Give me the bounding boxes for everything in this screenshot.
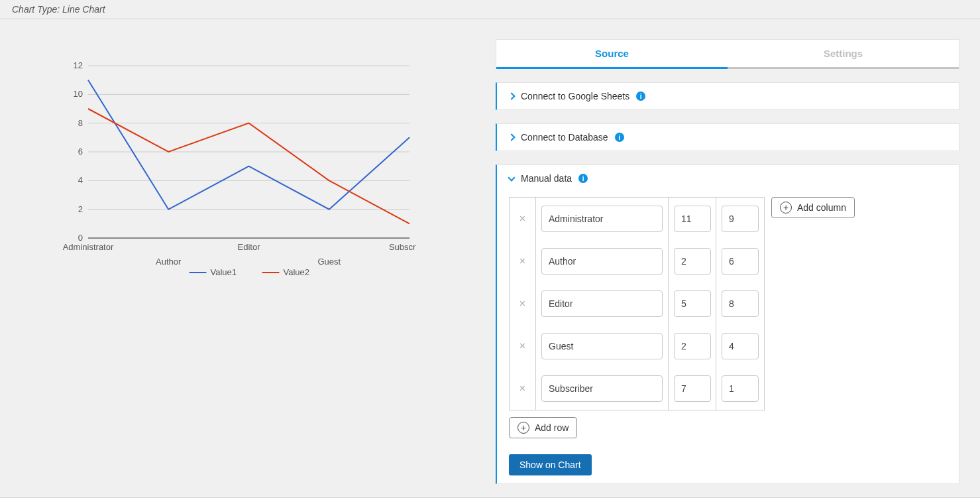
- info-icon[interactable]: i: [615, 133, 624, 142]
- accordion-label: Manual data: [521, 173, 572, 184]
- svg-text:4: 4: [78, 175, 83, 185]
- row-label-input[interactable]: [541, 333, 663, 359]
- row-label-input[interactable]: [541, 290, 663, 317]
- chevron-right-icon: [508, 92, 515, 99]
- svg-text:Value1: Value1: [211, 267, 237, 277]
- chevron-right-icon: [508, 133, 515, 141]
- chart-panel: 024681012AdministratorAuthorEditorGuestS…: [12, 39, 496, 484]
- tab-source[interactable]: Source: [496, 40, 728, 69]
- svg-text:Guest: Guest: [317, 257, 341, 267]
- page-header: Chart Type: Line Chart: [0, 0, 980, 19]
- row-value2-input[interactable]: [722, 290, 759, 317]
- add-column-label: Add column: [797, 202, 846, 213]
- svg-text:8: 8: [78, 118, 83, 128]
- accordion-database[interactable]: Connect to Database i: [496, 123, 959, 151]
- main-container: 024681012AdministratorAuthorEditorGuestS…: [0, 19, 980, 498]
- data-table: ×××××: [509, 197, 765, 410]
- row-value2-input[interactable]: [722, 333, 759, 359]
- accordion-manual-data[interactable]: Manual data i ××××× + Add column +: [496, 164, 959, 484]
- svg-text:Value2: Value2: [284, 267, 310, 277]
- svg-text:12: 12: [74, 60, 83, 70]
- row-value2-input[interactable]: [722, 375, 759, 402]
- tabs: Source Settings: [496, 39, 959, 69]
- svg-text:Subscriber: Subscriber: [389, 242, 416, 252]
- row-label-input[interactable]: [541, 375, 663, 402]
- delete-row-icon[interactable]: ×: [519, 375, 525, 402]
- chart-type-label: Chart Type: Line Chart: [12, 4, 105, 15]
- config-panel: Source Settings Connect to Google Sheets…: [496, 39, 959, 484]
- svg-text:6: 6: [78, 147, 83, 156]
- row-value1-input[interactable]: [674, 248, 711, 275]
- add-row-label: Add row: [535, 422, 569, 433]
- svg-text:Editor: Editor: [238, 242, 261, 252]
- accordion-label: Connect to Database: [521, 132, 608, 143]
- line-chart: 024681012AdministratorAuthorEditorGuestS…: [58, 59, 456, 291]
- plus-icon: +: [517, 422, 529, 434]
- accordion-google-sheets[interactable]: Connect to Google Sheets i: [496, 82, 959, 110]
- delete-row-icon[interactable]: ×: [519, 333, 525, 359]
- svg-text:Administrator: Administrator: [63, 242, 114, 252]
- row-label-input[interactable]: [541, 248, 663, 275]
- chevron-down-icon: [508, 174, 515, 181]
- delete-row-icon[interactable]: ×: [519, 248, 525, 275]
- svg-text:2: 2: [78, 204, 83, 214]
- manual-data-body: ××××× + Add column: [509, 197, 947, 410]
- row-label-input[interactable]: [541, 206, 663, 232]
- svg-text:10: 10: [74, 89, 83, 99]
- row-value2-input[interactable]: [722, 206, 759, 232]
- row-value1-input[interactable]: [674, 290, 711, 317]
- svg-text:0: 0: [78, 233, 83, 243]
- add-row-button[interactable]: + Add row: [509, 417, 577, 438]
- svg-text:Author: Author: [156, 257, 182, 267]
- row-value1-input[interactable]: [674, 206, 711, 232]
- delete-row-icon[interactable]: ×: [519, 206, 525, 232]
- manual-actions: + Add row Show on Chart: [509, 417, 947, 475]
- tab-settings[interactable]: Settings: [728, 40, 959, 69]
- accordion-label: Connect to Google Sheets: [521, 91, 629, 101]
- show-on-chart-button[interactable]: Show on Chart: [509, 454, 592, 475]
- row-value1-input[interactable]: [674, 375, 711, 402]
- info-icon[interactable]: i: [636, 92, 645, 101]
- row-value1-input[interactable]: [674, 333, 711, 359]
- plus-icon: +: [780, 202, 792, 214]
- info-icon[interactable]: i: [578, 174, 588, 183]
- delete-row-icon[interactable]: ×: [519, 290, 525, 317]
- row-value2-input[interactable]: [722, 248, 759, 275]
- add-column-button[interactable]: + Add column: [771, 197, 855, 218]
